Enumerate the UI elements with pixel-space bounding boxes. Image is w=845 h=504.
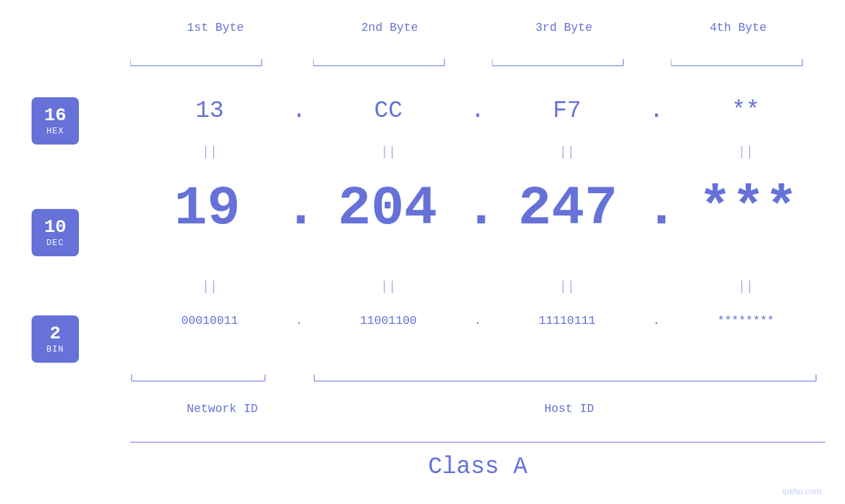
byte4-header: 4th Byte (651, 21, 825, 34)
bin-dot2: . (468, 314, 488, 327)
bracket-network-id (130, 371, 314, 383)
eq2-b2: || (309, 279, 468, 294)
equals-row2: || || || || (130, 279, 825, 294)
hex-byte4: ** (666, 97, 825, 124)
dec-dot2: . (465, 177, 491, 240)
dec-badge: 10 DEC (32, 209, 79, 256)
bin-row: 00010011 . 11001100 . 11110111 . *******… (130, 314, 825, 327)
byte2-header: 2nd Byte (302, 21, 477, 34)
hex-dot3: . (646, 97, 666, 124)
bin-dot3: . (646, 314, 666, 327)
dec-byte3: 247 (491, 177, 645, 240)
dec-dot1: . (284, 177, 310, 240)
byte3-header: 3rd Byte (477, 21, 651, 34)
hex-badge: 16 HEX (32, 97, 79, 145)
dec-byte1: 19 (130, 177, 284, 240)
hex-dot1: . (289, 97, 309, 124)
bin-badge: 2 BIN (32, 315, 79, 363)
bracket-host-id (313, 371, 823, 383)
bin-dot1: . (289, 314, 309, 327)
bracket-byte2 (313, 56, 451, 68)
eq2-b1: || (130, 279, 289, 294)
bracket-byte1 (130, 56, 314, 68)
hex-byte1: 13 (130, 97, 289, 124)
eq1-b4: || (666, 145, 825, 160)
hex-byte3: F7 (488, 97, 647, 124)
eq1-b2: || (309, 145, 468, 160)
bin-byte4: ******** (666, 314, 825, 327)
bin-byte2: 11001100 (309, 314, 468, 327)
eq1-b1: || (130, 145, 289, 160)
byte-headers: 1st Byte 2nd Byte 3rd Byte 4th Byte (128, 21, 825, 34)
class-label: Class A (130, 453, 825, 480)
eq2-b4: || (666, 279, 825, 294)
eq1-b3: || (488, 145, 647, 160)
host-id-label: Host ID (313, 402, 825, 415)
dec-row: 19 . 204 . 247 . *** (130, 177, 825, 240)
main-content: 1st Byte 2nd Byte 3rd Byte 4th Byte 16 H… (0, 0, 845, 504)
bin-byte1: 00010011 (130, 314, 289, 327)
network-id-label: Network ID (130, 402, 314, 415)
bracket-byte4 (671, 56, 809, 68)
hex-byte2: CC (309, 97, 468, 124)
dec-byte2: 204 (310, 177, 464, 240)
eq2-b3: || (488, 279, 647, 294)
byte1-header: 1st Byte (128, 21, 302, 34)
bin-byte3: 11110111 (488, 314, 647, 327)
bracket-byte3 (492, 56, 630, 68)
dec-dot3: . (645, 177, 671, 240)
hex-dot2: . (468, 97, 488, 124)
hex-row: 13 . CC . F7 . ** (130, 97, 825, 124)
bottom-line (130, 442, 825, 443)
equals-row1: || || || || (130, 145, 825, 160)
dec-byte4: *** (671, 177, 825, 240)
watermark: ipshu.com (783, 486, 821, 496)
